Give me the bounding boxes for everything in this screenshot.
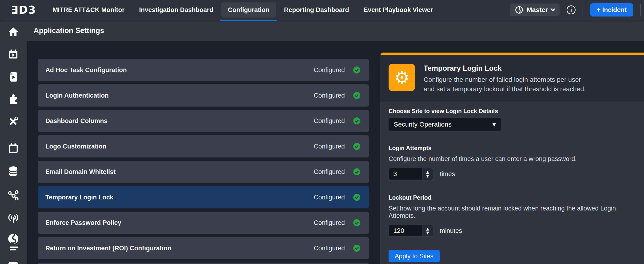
database-icon[interactable] (8, 166, 19, 177)
settings-row-temporary-login-lock[interactable]: Temporary Login Lock Configured (38, 186, 369, 208)
nav-item-label: Reporting Dashboard (284, 6, 349, 14)
settings-row-label: Temporary Login Lock (46, 194, 314, 201)
login-attempts-value: 3 (389, 168, 422, 180)
lockout-period-label: Lockout Period (388, 194, 634, 201)
settings-row-label: Logo Customization (46, 143, 314, 150)
d3-logo: ƎD3 (11, 4, 36, 16)
check-circle-icon (353, 117, 360, 124)
lockout-period-section: Lockout Period Set how long the account … (388, 194, 634, 237)
settings-row-email-domain-whitelist[interactable]: Email Domain Whitelist Configured (38, 161, 369, 183)
partial-bottom-icon[interactable] (8, 262, 18, 264)
status-text: Configured (314, 168, 345, 176)
status-text: Configured (314, 219, 345, 226)
info-icon[interactable]: i (566, 6, 576, 14)
login-attempts-label: Login Attempts (388, 145, 634, 152)
nav-item-label: Event Playbook Viewer (364, 6, 433, 14)
scheduled-playbook-icon[interactable] (8, 49, 19, 60)
check-circle-icon (353, 194, 360, 201)
settings-row-dashboard-columns[interactable]: Dashboard Columns Configured (38, 110, 369, 132)
detail-panel: ⚙ Temporary Login Lock Configure the num… (380, 53, 644, 264)
check-circle-icon (353, 143, 360, 150)
new-incident-button[interactable]: + Incident (590, 3, 633, 17)
nav-item-configuration[interactable]: Configuration (221, 2, 276, 18)
nav-item-mitre-attck-monitor[interactable]: MITRE ATT&CK Monitor (46, 2, 131, 18)
settings-row-label: Email Domain Whitelist (46, 168, 314, 176)
settings-row-label: Dashboard Columns (46, 117, 314, 125)
status-text: Configured (314, 245, 345, 252)
site-switcher-button[interactable]: Master (510, 4, 560, 16)
site-select-label: Choose Site to view Login Lock Details (388, 108, 634, 114)
check-circle-icon (353, 168, 360, 175)
status-text: Configured (314, 143, 345, 150)
calendar-icon[interactable] (8, 143, 19, 154)
login-attempts-section: Login Attempts Configure the number of t… (388, 145, 634, 180)
page-header-band: Application Settings (0, 20, 644, 41)
nav-item-label: MITRE ATT&CK Monitor (53, 6, 125, 14)
globe-icon (515, 6, 523, 14)
integrations-puzzle-icon[interactable] (8, 94, 19, 105)
settings-row-label: Login Authentication (46, 92, 314, 99)
spin-down-icon[interactable]: ▼ (426, 174, 429, 178)
lockout-period-description: Set how long the account should remain l… (388, 205, 634, 219)
panel-description: Configure the number of failed login att… (424, 75, 586, 94)
tools-icon[interactable] (8, 116, 19, 127)
panel-header: ⚙ Temporary Login Lock Configure the num… (380, 55, 644, 102)
settings-row-ad-hoc-task[interactable]: Ad Hoc Task Configuration Configured (38, 59, 369, 81)
application-settings-list: Ad Hoc Task Configuration Configured Log… (38, 59, 369, 264)
status-text: Configured (314, 117, 345, 125)
login-attempts-description: Configure the number of times a user can… (388, 155, 634, 163)
broadcast-icon[interactable] (8, 212, 19, 223)
settings-row-partial[interactable] (38, 262, 369, 264)
lockout-period-input[interactable]: 120 ▲ ▼ (388, 225, 433, 237)
nav-item-reporting-dashboard[interactable]: Reporting Dashboard (278, 2, 356, 18)
settings-row-login-authentication[interactable]: Login Authentication Configured (38, 84, 369, 106)
status-text: Configured (314, 92, 345, 99)
settings-row-logo-customization[interactable]: Logo Customization Configured (38, 135, 369, 158)
top-navbar: ƎD3 MITRE ATT&CK Monitor Investigation D… (0, 0, 644, 20)
spin-down-icon[interactable]: ▼ (426, 231, 429, 235)
gear-badge: ⚙ (388, 64, 415, 91)
spin-up-icon[interactable]: ▲ (426, 227, 429, 231)
nav-item-event-playbook-viewer[interactable]: Event Playbook Viewer (357, 2, 440, 18)
primary-nav: MITRE ATT&CK Monitor Investigation Dashb… (46, 0, 440, 20)
chevron-down-icon (551, 7, 555, 11)
panel-body: Choose Site to view Login Lock Details S… (380, 102, 644, 264)
home-icon[interactable] (8, 26, 19, 37)
info-glyph: i (570, 7, 572, 14)
settings-row-label: Return on Investment (ROI) Configuration (46, 245, 314, 252)
nav-item-label: Investigation Dashboard (139, 6, 213, 14)
check-circle-icon (353, 219, 360, 226)
navbar-divider (640, 4, 641, 16)
panel-accent-bar (380, 53, 644, 55)
link-analysis-icon[interactable] (8, 189, 19, 200)
panel-title: Temporary Login Lock (424, 64, 586, 73)
nav-item-investigation-dashboard[interactable]: Investigation Dashboard (133, 2, 220, 18)
gear-icon: ⚙ (394, 69, 410, 86)
panel-description-line1: Configure the number of failed login att… (424, 76, 581, 83)
login-attempts-input[interactable]: 3 ▲ ▼ (388, 168, 433, 180)
settings-row-label: Ad Hoc Task Configuration (46, 66, 314, 74)
spin-up-icon[interactable]: ▲ (426, 170, 429, 174)
lockout-period-spinner: ▲ ▼ (422, 225, 433, 236)
login-attempts-unit: times (440, 170, 455, 178)
nav-item-label: Configuration (228, 6, 270, 14)
check-circle-icon (353, 66, 360, 74)
check-circle-icon (353, 245, 360, 252)
page-title: Application Settings (34, 26, 104, 35)
left-sidebar (0, 20, 26, 264)
site-switcher-label: Master (527, 6, 548, 14)
status-text: Configured (314, 66, 345, 74)
navbar-divider (582, 4, 583, 16)
login-attempts-spinner: ▲ ▼ (422, 168, 433, 180)
settings-row-label: Enforce Password Policy (46, 219, 314, 226)
lockout-period-value: 120 (389, 225, 422, 236)
playbook-icon[interactable] (8, 71, 19, 82)
settings-row-roi-configuration[interactable]: Return on Investment (ROI) Configuration… (38, 237, 369, 259)
web-activity-icon[interactable] (8, 233, 19, 252)
panel-description-line2: and set a temporary lockout if that thre… (424, 85, 586, 93)
lockout-period-unit: minutes (440, 227, 462, 234)
site-select[interactable]: Security Operations ▼ (388, 118, 501, 130)
apply-to-sites-button[interactable]: Apply to Sites (388, 250, 440, 262)
check-circle-icon (353, 92, 360, 99)
settings-row-enforce-password-policy[interactable]: Enforce Password Policy Configured (38, 212, 369, 234)
